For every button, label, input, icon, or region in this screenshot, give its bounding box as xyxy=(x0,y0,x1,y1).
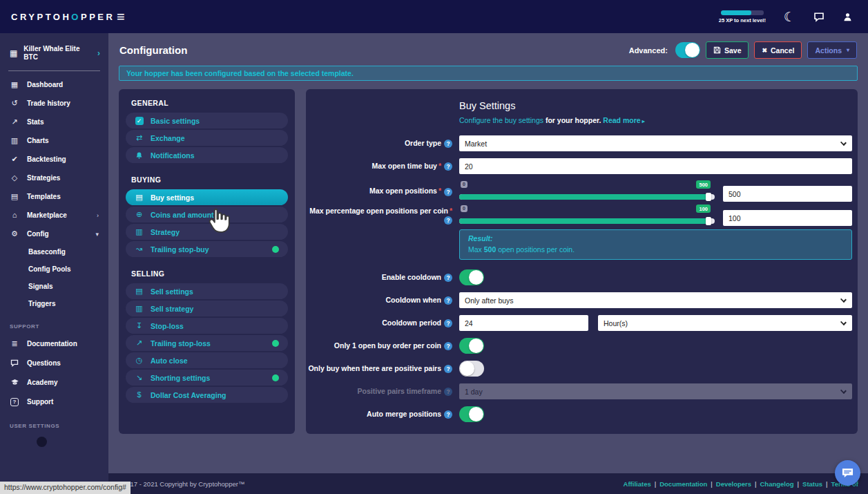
help-icon: ? xyxy=(444,296,452,305)
slider-value-badge: 100 xyxy=(696,205,711,213)
sidebar-item-documentation[interactable]: ≣ Documentation xyxy=(0,334,108,353)
max-open-positions-input[interactable] xyxy=(723,186,852,202)
chevron-down-icon: ▾ xyxy=(847,47,849,53)
sidebar: ▦ Killer Whale Elite BTC › ▦ Dashboard ↺… xyxy=(0,33,108,494)
only-one-open-buy-toggle[interactable] xyxy=(459,338,484,354)
config-nav-stop-loss[interactable]: ↧ Stop-loss xyxy=(126,318,288,334)
sidebar-item-marketplace[interactable]: ⌂ Marketplace › xyxy=(0,206,108,225)
sidebar-item-config[interactable]: ⚙ Config ▾ xyxy=(0,225,108,243)
cooldown-period-input[interactable] xyxy=(459,315,588,331)
template-configured-banner: Your hopper has been configured based on… xyxy=(119,66,858,81)
sidebar-item-baseconfig[interactable]: Baseconfig xyxy=(0,243,108,260)
config-nav-coins-and-amounts[interactable]: ⊕ Coins and amounts xyxy=(126,207,288,222)
help-icon: ? xyxy=(444,216,452,225)
sidebar-item-signals[interactable]: Signals xyxy=(0,278,108,295)
config-nav-auto-close[interactable]: ◷ Auto close xyxy=(126,352,288,368)
sidebar-item-questions[interactable]: Questions xyxy=(0,353,108,372)
top-navbar: CRYPTOHOPPER ≡ 25 XP to next level! ☾ xyxy=(0,0,868,33)
footer-link-affiliates[interactable]: Affiliates xyxy=(624,480,651,488)
help-icon: ? xyxy=(444,365,452,373)
save-floppy-icon xyxy=(713,46,721,54)
help-icon: ? xyxy=(444,140,452,148)
sidebar-item-strategies[interactable]: ◇ Strategies xyxy=(0,169,108,187)
chat-bubble-icon xyxy=(841,467,854,479)
max-open-time-buy-input[interactable] xyxy=(459,158,852,174)
sidebar-item-triggers[interactable]: Triggers xyxy=(0,295,108,312)
chat-icon[interactable] xyxy=(813,11,824,22)
dark-mode-moon-icon[interactable]: ☾ xyxy=(784,10,795,23)
config-nav-strategy[interactable]: ▥ Strategy xyxy=(126,224,288,240)
sidebar-item-config-pools[interactable]: Config Pools xyxy=(0,260,108,278)
copyright-text: ©2017 - 2021 Copyright by Cryptohopper™ xyxy=(118,480,244,488)
order-type-select[interactable]: Market xyxy=(459,135,852,151)
max-percentage-slider[interactable]: 0 100 xyxy=(459,205,715,226)
sidebar-item-backtesting[interactable]: ✔ Backtesting xyxy=(0,150,108,169)
slider-handle[interactable] xyxy=(706,193,711,201)
footer-link-changelog[interactable]: Changelog xyxy=(760,480,794,488)
chevron-right-icon: › xyxy=(97,48,100,58)
cooldown-period-unit-select[interactable]: Hour(s) xyxy=(598,315,852,331)
config-nav-shorting-settings[interactable]: ↘ Shorting settings xyxy=(126,370,288,386)
max-open-positions-row: Max open positions*? 0 500 xyxy=(306,181,852,202)
slider-handle[interactable] xyxy=(706,217,711,225)
backtesting-icon: ✔ xyxy=(10,155,19,163)
positive-pairs-row: Only buy when there are positive pairs? xyxy=(306,361,852,377)
positive-pairs-toggle[interactable] xyxy=(459,361,484,377)
footer-link-documentation[interactable]: Documentation xyxy=(659,480,707,488)
config-nav-trailing-stop-buy[interactable]: ↝ Trailing stop-buy xyxy=(126,241,288,257)
sidebar-item-support[interactable]: ? Support xyxy=(0,392,108,412)
help-icon: ? xyxy=(444,410,452,419)
cooldown-period-row: Cooldown period? Hour(s) xyxy=(306,315,852,331)
max-percentage-input[interactable] xyxy=(723,210,852,226)
user-icon[interactable] xyxy=(842,12,853,22)
dollar-icon: $ xyxy=(135,391,144,399)
save-button[interactable]: Save xyxy=(706,41,749,59)
auto-merge-toggle[interactable] xyxy=(459,406,484,422)
bell-icon xyxy=(135,151,144,160)
logo[interactable]: CRYPTOHOPPER xyxy=(0,10,108,23)
sidebar-item-templates[interactable]: ▤ Templates xyxy=(0,187,108,206)
chat-fab-button[interactable] xyxy=(835,460,860,486)
read-more-link[interactable]: Read more xyxy=(603,116,645,124)
enable-cooldown-toggle[interactable] xyxy=(459,269,484,285)
config-nav-buy-settings[interactable]: ▤ Buy settings xyxy=(126,189,288,205)
config-nav-sell-settings[interactable]: ▤ Sell settings xyxy=(126,283,288,299)
help-icon: ? xyxy=(444,188,452,196)
sidebar-item-dashboard[interactable]: ▦ Dashboard xyxy=(0,75,108,94)
sidebar-item-academy[interactable]: Academy xyxy=(0,372,108,392)
footer-link-status[interactable]: Status xyxy=(802,480,822,488)
slider-value-badge: 500 xyxy=(696,180,711,189)
actions-dropdown-button[interactable]: Actions ▾ xyxy=(807,41,857,59)
config-nav-notifications[interactable]: Notifications xyxy=(126,147,288,163)
sidebar-item-stats[interactable]: ↗ Stats xyxy=(0,113,108,131)
only-one-open-buy-row: Only 1 open buy order per coin? xyxy=(306,338,852,354)
main-area: Configuration Advanced: Save ✖ Cancel Ac… xyxy=(108,33,868,494)
enabled-dot xyxy=(272,374,279,381)
navbar-right: 25 XP to next level! ☾ xyxy=(719,10,868,23)
cancel-button[interactable]: ✖ Cancel xyxy=(754,41,802,59)
cooldown-when-select[interactable]: Only after buys xyxy=(459,292,852,308)
help-icon: ? xyxy=(444,162,452,171)
hopper-selector[interactable]: ▦ Killer Whale Elite BTC › xyxy=(0,33,108,70)
group-title-general: GENERAL xyxy=(131,99,288,107)
stop-loss-icon: ↧ xyxy=(135,322,144,330)
sidebar-item-charts[interactable]: ▥ Charts xyxy=(0,131,108,150)
config-nav-sell-strategy[interactable]: ▥ Sell strategy xyxy=(126,301,288,316)
header-actions: Advanced: Save ✖ Cancel Actions ▾ xyxy=(629,41,857,59)
hamburger-icon[interactable]: ≡ xyxy=(117,10,125,23)
max-open-positions-slider[interactable]: 0 500 xyxy=(459,181,715,202)
config-nav-basic-settings[interactable]: ✓ Basic settings xyxy=(126,113,288,129)
config-nav-exchange[interactable]: ⇄ Exchange xyxy=(126,130,288,146)
required-marker: * xyxy=(438,162,441,170)
chevron-down-icon: ▾ xyxy=(95,231,99,238)
page-header: Configuration Advanced: Save ✖ Cancel Ac… xyxy=(108,33,868,64)
stats-icon: ↗ xyxy=(10,118,19,126)
config-nav-dollar-cost-averaging[interactable]: $ Dollar Cost Averaging xyxy=(126,387,288,403)
trailing-stop-buy-icon: ↝ xyxy=(135,245,144,253)
config-nav-trailing-stop-loss[interactable]: ↗ Trailing stop-loss xyxy=(126,335,288,351)
sidebar-item-trade-history[interactable]: ↺ Trade history xyxy=(0,94,108,113)
advanced-toggle[interactable] xyxy=(675,42,700,58)
result-box: Result: Max 500 open positions per coin. xyxy=(459,229,852,260)
footer-link-developers[interactable]: Developers xyxy=(716,480,751,488)
form-subtitle: Configure the buy settings for your hopp… xyxy=(459,116,852,124)
